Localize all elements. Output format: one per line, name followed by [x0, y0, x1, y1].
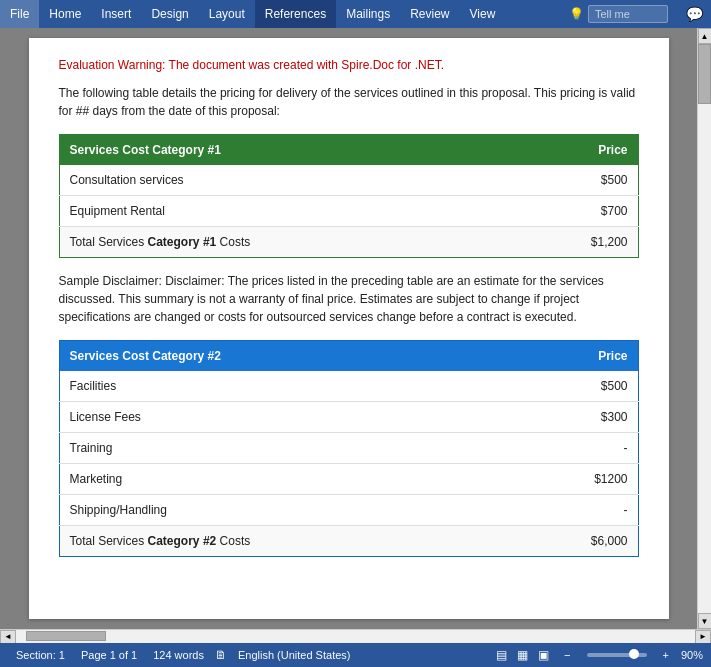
table1-row2-name: Equipment Rental: [59, 196, 518, 227]
table1-total-row: Total Services Category #1 Costs $1,200: [59, 227, 638, 258]
zoom-plus[interactable]: +: [655, 649, 677, 661]
menu-insert[interactable]: Insert: [91, 0, 141, 28]
scroll-thumb[interactable]: [698, 44, 711, 104]
table-row: Marketing $1200: [59, 464, 638, 495]
zoom-level: 90%: [681, 649, 703, 661]
status-page: Page 1 of 1: [73, 649, 145, 661]
table2-row3-price: -: [518, 433, 638, 464]
table2-total-row: Total Services Category #2 Costs $6,000: [59, 526, 638, 557]
menu-references[interactable]: References: [255, 0, 336, 28]
table2-row5-name: Shipping/Handling: [59, 495, 518, 526]
tell-me-area: 💡: [559, 5, 678, 23]
status-bar: Section: 1 Page 1 of 1 124 words 🗎 Engli…: [0, 643, 711, 667]
table2-row1-price: $500: [518, 371, 638, 402]
horizontal-scrollbar[interactable]: ◄ ►: [0, 629, 711, 643]
table-row: Training -: [59, 433, 638, 464]
table2-row4-name: Marketing: [59, 464, 518, 495]
table-row: Consultation services $500: [59, 165, 638, 196]
table-row: Shipping/Handling -: [59, 495, 638, 526]
table2-row2-price: $300: [518, 402, 638, 433]
scroll-right-button[interactable]: ►: [695, 630, 711, 644]
view-icon-3[interactable]: ▣: [535, 648, 552, 662]
table-row: License Fees $300: [59, 402, 638, 433]
document-page: Evaluation Warning: The document was cre…: [29, 38, 669, 619]
scroll-track[interactable]: [698, 44, 711, 613]
hscroll-track[interactable]: [16, 630, 695, 643]
scroll-down-button[interactable]: ▼: [698, 613, 712, 629]
table1-total-label: Total Services Category #1 Costs: [59, 227, 518, 258]
table2-row2-name: License Fees: [59, 402, 518, 433]
scroll-up-button[interactable]: ▲: [698, 28, 712, 44]
disclaimer-paragraph: Sample Disclaimer: Disclaimer: The price…: [59, 272, 639, 326]
table1-row1-name: Consultation services: [59, 165, 518, 196]
menu-mailings[interactable]: Mailings: [336, 0, 400, 28]
status-words: 124 words: [145, 649, 212, 661]
table2-header-price: Price: [518, 341, 638, 372]
menu-view[interactable]: View: [460, 0, 506, 28]
scroll-left-button[interactable]: ◄: [0, 630, 16, 644]
table-row: Equipment Rental $700: [59, 196, 638, 227]
chat-icon[interactable]: 💬: [678, 6, 711, 22]
table2-total-price: $6,000: [518, 526, 638, 557]
table1-header-price: Price: [518, 135, 638, 166]
menu-file[interactable]: File: [0, 0, 39, 28]
intro-paragraph: The following table details the pricing …: [59, 84, 639, 120]
hscroll-thumb[interactable]: [26, 631, 106, 641]
vertical-scrollbar[interactable]: ▲ ▼: [697, 28, 711, 629]
pricing-table-2: Services Cost Category #2 Price Faciliti…: [59, 340, 639, 557]
table-row: Facilities $500: [59, 371, 638, 402]
table1-header-col1: Services Cost Category #1: [59, 135, 518, 166]
table2-row3-name: Training: [59, 433, 518, 464]
pricing-table-1: Services Cost Category #1 Price Consulta…: [59, 134, 639, 258]
table1-total-price: $1,200: [518, 227, 638, 258]
status-right: ▤ ▦ ▣ − + 90%: [493, 648, 703, 662]
status-section: Section: 1: [8, 649, 73, 661]
view-icon-1[interactable]: ▤: [493, 648, 510, 662]
lightbulb-icon: 💡: [569, 7, 584, 21]
table2-total-label: Total Services Category #2 Costs: [59, 526, 518, 557]
bottom-bar: ◄ ► Section: 1 Page 1 of 1 124 words 🗎 E…: [0, 629, 711, 667]
menu-design[interactable]: Design: [141, 0, 198, 28]
status-language: English (United States): [230, 649, 359, 661]
table2-header-col1: Services Cost Category #2: [59, 341, 518, 372]
menu-layout[interactable]: Layout: [199, 0, 255, 28]
table1-row1-price: $500: [518, 165, 638, 196]
zoom-minus[interactable]: −: [556, 649, 578, 661]
menu-home[interactable]: Home: [39, 0, 91, 28]
table2-row5-price: -: [518, 495, 638, 526]
table1-row2-price: $700: [518, 196, 638, 227]
table2-row1-name: Facilities: [59, 371, 518, 402]
menu-review[interactable]: Review: [400, 0, 459, 28]
document-area[interactable]: Evaluation Warning: The document was cre…: [0, 28, 697, 629]
tell-me-input[interactable]: [588, 5, 668, 23]
document-icon: 🗎: [212, 648, 230, 662]
evaluation-warning: Evaluation Warning: The document was cre…: [59, 58, 639, 72]
zoom-thumb: [629, 649, 639, 659]
view-icon-2[interactable]: ▦: [514, 648, 531, 662]
menu-bar: File Home Insert Design Layout Reference…: [0, 0, 711, 28]
table2-row4-price: $1200: [518, 464, 638, 495]
zoom-slider[interactable]: [587, 653, 647, 657]
main-area: Evaluation Warning: The document was cre…: [0, 28, 711, 629]
